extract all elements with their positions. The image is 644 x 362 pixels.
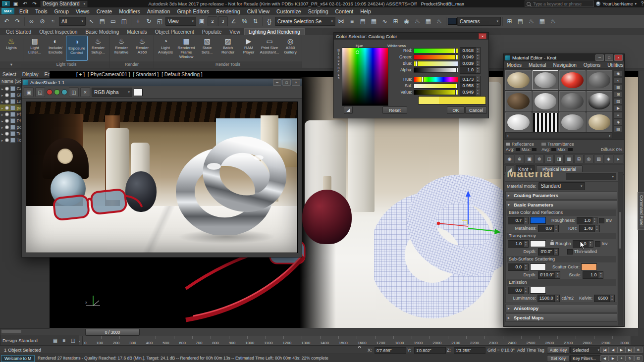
slider-handle[interactable] bbox=[422, 77, 424, 82]
application-menu-button[interactable]: MAX bbox=[1, 8, 14, 14]
y-coordinate-field[interactable]: 1'0.802" bbox=[414, 347, 446, 354]
material-sample-slot[interactable] bbox=[533, 91, 559, 111]
previous-frame-icon[interactable]: ◀ bbox=[609, 347, 617, 353]
play-animation-icon[interactable]: ▶ bbox=[617, 347, 626, 353]
visibility-eye-icon[interactable] bbox=[5, 132, 9, 136]
material-tool-icon[interactable]: ◨ bbox=[554, 155, 564, 163]
ok-button[interactable]: OK bbox=[447, 106, 465, 114]
green-channel-icon[interactable] bbox=[54, 89, 60, 95]
menu-item[interactable]: Tools bbox=[32, 7, 51, 15]
roughness-spinner[interactable]: 1.0 bbox=[577, 217, 597, 224]
sample-tool-icon[interactable]: ≡ bbox=[614, 112, 623, 118]
select-object-icon[interactable]: ↖ bbox=[86, 16, 97, 27]
menu-item[interactable]: Civil View bbox=[244, 7, 273, 15]
ribbon-button[interactable]: ▭ Print Size Assistant... bbox=[259, 36, 280, 61]
material-sample-slot[interactable] bbox=[559, 91, 586, 111]
material-tool-icon[interactable]: ◎ bbox=[584, 155, 593, 163]
channel-slider[interactable] bbox=[414, 54, 458, 60]
grid-toggle-icon[interactable]: ▦ bbox=[52, 337, 59, 344]
ribbon-button[interactable]: ▦ Rendered Frame Window bbox=[176, 36, 197, 61]
layered-image-icon[interactable]: ◫ bbox=[69, 87, 79, 97]
user-menu-chevron-icon[interactable]: ▾ bbox=[635, 2, 637, 6]
expand-arrow-icon[interactable] bbox=[1, 124, 3, 130]
menu-item[interactable]: Content bbox=[331, 7, 357, 15]
close-render-icon[interactable]: × bbox=[80, 87, 90, 97]
material-sample-slot[interactable] bbox=[533, 112, 559, 132]
ribbon-tab[interactable]: Basic Modeling bbox=[81, 29, 123, 35]
explorer-horizontal-scrollbar[interactable] bbox=[0, 328, 51, 335]
material-editor-menu-item[interactable]: Modes bbox=[504, 62, 525, 68]
ribbon-tab[interactable]: View bbox=[225, 29, 244, 35]
reset-button[interactable]: Reset bbox=[382, 106, 407, 114]
save-icon[interactable]: ▣ bbox=[12, 0, 19, 7]
ribbon-tab[interactable]: Object Inspection bbox=[35, 29, 81, 35]
ribbon-tab[interactable]: Lighting And Rendering bbox=[244, 28, 305, 35]
ribbon-tab[interactable]: Get Started bbox=[2, 29, 35, 35]
maximize-icon[interactable]: □ bbox=[605, 54, 613, 61]
ribbon-button[interactable]: ◑ Exposure Control bbox=[66, 36, 88, 61]
background-color-swatch[interactable] bbox=[134, 89, 143, 96]
visibility-eye-icon[interactable] bbox=[5, 112, 9, 116]
rollout-header[interactable]: ▾Basic Parameters bbox=[506, 201, 617, 208]
channel-slider[interactable] bbox=[414, 67, 458, 73]
activeshade-title-bar[interactable]: ActiveShade 1:1 ─ □ × bbox=[22, 79, 302, 86]
material-editor-icon[interactable]: ◉ bbox=[401, 16, 412, 27]
material-sample-slot-active[interactable] bbox=[533, 70, 559, 90]
eyedropper-icon[interactable]: ◢ bbox=[344, 106, 353, 114]
base-color-swatch[interactable] bbox=[530, 217, 546, 224]
viewport-menu-shading[interactable]: [ Default Shading ] bbox=[161, 72, 202, 77]
layer-manager-icon[interactable]: ▤ bbox=[358, 16, 368, 27]
glass-apple-object[interactable] bbox=[302, 190, 352, 244]
ribbon-button[interactable]: ▨ Batch Render bbox=[217, 36, 238, 61]
material-tool-icon[interactable]: ◈ bbox=[604, 155, 613, 163]
sample-horizontal-scrollbar[interactable]: ◂ ▸ bbox=[505, 132, 612, 138]
align-icon[interactable]: ≡ bbox=[347, 16, 357, 27]
track-bar[interactable]: 0 / 3000 bbox=[50, 328, 638, 336]
close-icon[interactable]: × bbox=[292, 79, 300, 86]
channel-slider[interactable] bbox=[414, 48, 458, 53]
transparency-color-swatch[interactable] bbox=[530, 240, 546, 247]
group-footer[interactable]: Render bbox=[110, 61, 154, 68]
expand-arrow-icon[interactable] bbox=[1, 111, 3, 117]
metalness-spinner[interactable]: 0.0 bbox=[538, 225, 559, 232]
hue-blackness-gradient-field[interactable] bbox=[342, 48, 388, 106]
material-tool-icon[interactable]: ▤ bbox=[594, 155, 603, 163]
menu-item[interactable]: Group bbox=[51, 7, 72, 15]
ribbon-button[interactable]: ♨ Render Setup... bbox=[88, 36, 108, 61]
camera-color-swatch[interactable] bbox=[448, 18, 457, 25]
previous-key-icon[interactable]: ◀ bbox=[600, 355, 609, 362]
group-footer[interactable]: Render Tools bbox=[154, 61, 302, 68]
undo-icon[interactable]: ↶ bbox=[21, 0, 29, 7]
rollout-header[interactable]: ▸Special Maps bbox=[506, 314, 617, 321]
menu-item[interactable]: Graph Editors bbox=[173, 7, 213, 15]
expand-arrow-icon[interactable] bbox=[1, 92, 3, 98]
color-selector-title-bar[interactable]: Color Selector: Coating Color × bbox=[334, 33, 488, 40]
ribbon-button[interactable]: ◎ A360 Gallery bbox=[280, 36, 301, 61]
window-crossing-icon[interactable]: ◫ bbox=[119, 16, 129, 27]
rollout-header[interactable]: ▸Anisotropy bbox=[506, 305, 617, 312]
schematic-view-icon[interactable]: ⊞ bbox=[390, 16, 401, 27]
material-tool-icon[interactable]: ⊗ bbox=[535, 155, 544, 163]
lights-group-footer[interactable]: ▾ bbox=[0, 61, 23, 68]
redo-icon[interactable]: ↷ bbox=[12, 16, 23, 27]
material-sample-slot[interactable] bbox=[587, 70, 613, 90]
x-coordinate-field[interactable]: 0'7.699" bbox=[375, 347, 406, 354]
expand-arrow-icon[interactable] bbox=[1, 86, 3, 91]
z-coordinate-field[interactable]: 1'3.255" bbox=[454, 347, 485, 354]
thin-walled-checkbox[interactable] bbox=[567, 249, 573, 255]
ribbon-tab[interactable]: Materials bbox=[123, 29, 151, 35]
menu-item[interactable]: Modifiers bbox=[115, 7, 144, 15]
render-production-icon[interactable]: ♨ bbox=[548, 16, 558, 27]
explorer-menu-item[interactable]: Display bbox=[20, 72, 41, 77]
go-to-start-icon[interactable]: |◀ bbox=[600, 347, 609, 353]
redo-icon[interactable]: ↷ bbox=[31, 0, 38, 7]
sss-color-swatch[interactable] bbox=[530, 263, 546, 270]
material-tool-icon[interactable]: ⊞ bbox=[574, 155, 584, 163]
menu-item[interactable]: Create bbox=[93, 7, 116, 15]
visibility-eye-icon[interactable] bbox=[5, 138, 9, 142]
sample-tool-icon[interactable]: ▤ bbox=[614, 126, 623, 132]
close-icon[interactable]: × bbox=[614, 54, 623, 61]
help-icon[interactable]: ? bbox=[639, 0, 644, 7]
selection-region-icon[interactable]: ▭ bbox=[108, 16, 118, 27]
channel-slider[interactable] bbox=[414, 90, 458, 95]
